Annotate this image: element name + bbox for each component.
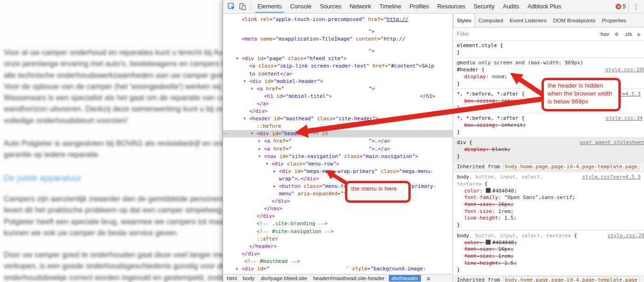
dom-tree-row[interactable]: ▼<nav id="site-navigation" class="main-n… [223, 153, 453, 160]
dom-tree-row[interactable]: </div> [223, 250, 453, 258]
inspect-element-icon[interactable] [226, 1, 237, 12]
tab-elements[interactable]: Elements [253, 0, 286, 13]
sidebar-tab-styles[interactable]: Styles [453, 14, 475, 27]
device-toolbar-icon[interactable] [237, 1, 248, 12]
dom-tree-row[interactable]: </div> [223, 213, 453, 220]
dom-tree-row[interactable]: </nav> [223, 205, 453, 213]
dom-tree-row[interactable]: ▶<div id="mega-menu-wrap-primary" class=… [223, 168, 453, 175]
dom-tree-row[interactable]: menu" aria-expanded="fa [223, 190, 453, 198]
dom-tree-row[interactable]: ▼<div class="menu-row"> [223, 160, 453, 168]
dom-tree-row[interactable]: ▼<div id="page" class="hfeed site"> [223, 55, 453, 62]
dom-tree-row[interactable]: ::after [223, 235, 453, 243]
dom-tree-row-selected[interactable]: ⋯▼<div id="header">== $0 [223, 130, 453, 138]
rule-selector[interactable]: element.style { [457, 42, 503, 49]
element-state-icon[interactable]: ❖ [614, 31, 619, 38]
rule-selector[interactable]: *, *:before, *:after { [457, 115, 525, 122]
tab-profiles[interactable]: Profiles [405, 0, 433, 13]
dom-tree-row[interactable]: ▶<a href="">…</a> [223, 138, 453, 145]
breadcrumb-item[interactable]: body [243, 275, 255, 281]
tab-adblock-plus[interactable]: Adblock Plus [523, 0, 565, 13]
css-declaration[interactable]: font-size: 16px; [457, 246, 641, 253]
dom-tree-row[interactable]: "> [223, 28, 453, 35]
dom-tree-row[interactable]: ::before [223, 123, 453, 130]
stylesheet-source-link[interactable]: style.css:20 [608, 233, 644, 240]
css-declaration[interactable]: display: none; [457, 74, 641, 81]
sidebar-tab-event-listeners[interactable]: Event Listeners [506, 14, 549, 27]
inherited-from-selector[interactable]: body.home.page.page-id-4.page-template.p… [503, 163, 639, 170]
breadcrumb-item[interactable]: div#page.hfeed.site [261, 275, 307, 281]
sidebar-tab-properties[interactable]: Properties [598, 14, 629, 27]
dom-tree-row[interactable]: <!-- #site-navigation --> [223, 228, 453, 235]
inherited-from-selector[interactable]: body.home.page.page-id-4.page-template.p… [503, 276, 639, 282]
breadcrumb-item[interactable]: html [227, 275, 237, 281]
expand-arrow-icon[interactable]: ▶ [273, 168, 276, 175]
dom-tree-row[interactable]: to content</a> [223, 70, 453, 78]
breadcrumb-item[interactable]: header#masthead.site-header [313, 275, 384, 281]
toggle-element-state-button[interactable]: :hov [599, 31, 610, 37]
dom-tree-row[interactable]: <!-- .site-branding --> [223, 220, 453, 227]
css-declaration[interactable]: box-sizing: inherit; [457, 98, 641, 105]
expand-arrow-icon[interactable]: ▶ [258, 138, 261, 145]
styles-filter-input[interactable]: Filter [457, 31, 595, 37]
dom-tree-row[interactable]: ▼<a href=""> [223, 85, 453, 93]
breadcrumb-item[interactable]: a [427, 275, 430, 281]
rule-selector[interactable]: body, button, input, select, textarea { [457, 233, 577, 240]
rule-selector[interactable]: body, button, input, select, [457, 174, 543, 181]
dom-tree-row[interactable]: ▶<div id="' style="background-image: [223, 265, 453, 273]
tab-sources[interactable]: Sources [316, 0, 346, 13]
stylesheet-source-link[interactable]: style.css:34 [606, 115, 643, 122]
stylesheet-source-link[interactable]: style.css:198 [605, 67, 644, 74]
dom-tree-row[interactable]: ▼<div id="mobiel-header"> [223, 78, 453, 85]
dom-tree-row[interactable]: <link rel="apple-touch-icon-precomposed"… [223, 16, 453, 23]
tab-network[interactable]: Network [346, 0, 375, 13]
rule-selector[interactable]: *, *:before, *:after { [457, 91, 525, 98]
expand-arrow-icon[interactable]: ▶ [273, 183, 276, 190]
color-swatch-icon[interactable] [486, 240, 491, 245]
collapse-arrow-icon[interactable]: ▼ [244, 115, 246, 123]
collapse-arrow-icon[interactable]: ▼ [236, 55, 238, 62]
dom-tree-row[interactable]: </div> [223, 198, 453, 205]
breadcrumb-item[interactable]: div#header [389, 275, 421, 282]
dom-tree-row[interactable]: </header> [223, 243, 453, 250]
rule-selector[interactable]: div { [457, 139, 472, 146]
devtools-menu-icon[interactable]: ⋮ [631, 2, 642, 11]
collapse-arrow-icon[interactable]: ▼ [244, 78, 246, 85]
tab-console[interactable]: Console [286, 0, 316, 13]
css-declaration[interactable]: display: block; [457, 146, 641, 153]
css-declaration[interactable]: color: #404040; [457, 240, 641, 247]
sidebar-tab-computed[interactable]: Computed [475, 14, 506, 27]
stylesheet-source-link[interactable]: style.css?ver=4.5.3 [582, 91, 641, 98]
rule-selector[interactable]: #header { [457, 67, 485, 74]
error-badge[interactable]: ✕ 5 [616, 3, 626, 10]
dom-tree-row[interactable]: </div> [223, 108, 453, 115]
dom-tree-row[interactable]: "> [223, 48, 453, 55]
dom-tree-row[interactable]: <a class="skip-link screen-reader-text" … [223, 62, 453, 70]
tab-timeline[interactable]: Timeline [375, 0, 406, 13]
tab-security[interactable]: Security [469, 0, 499, 13]
dom-tree-row[interactable]: <meta name="msapplication-TileImage" con… [223, 35, 453, 43]
css-declaration[interactable]: color: #404040; [457, 188, 641, 195]
expand-arrow-icon[interactable]: ▶ [236, 265, 238, 273]
collapse-arrow-icon[interactable]: ▼ [251, 130, 253, 138]
stylesheet-source-link[interactable]: style.css?ver=4.5.3 [582, 174, 641, 181]
stylesheet-source-link[interactable]: user agent stylesheet [580, 139, 644, 146]
tab-resources[interactable]: Resources [433, 0, 469, 13]
new-style-rule-button[interactable]: + [637, 30, 641, 38]
dom-tree-row[interactable]: <h1 id="mobiel-titel"></h1> [223, 93, 453, 100]
dom-tree-row[interactable]: </a> [223, 100, 453, 108]
css-declaration[interactable]: font-family: "Open Sans",sans-serif; [457, 194, 641, 201]
dom-tree-row[interactable]: ▼<header id="masthead" class="site-heade… [223, 115, 453, 123]
collapse-arrow-icon[interactable]: ▼ [266, 160, 268, 168]
css-declaration[interactable]: font-size: 16px; [457, 201, 641, 208]
dom-tree-row[interactable]: <!-- #masthead --> [223, 258, 453, 265]
collapse-arrow-icon[interactable]: ▼ [258, 153, 261, 160]
css-declaration[interactable]: line-height: 1.5; [457, 215, 641, 222]
css-declaration[interactable]: line-height: 1.5; [457, 260, 641, 267]
css-declaration[interactable]: font-size: 1rem; [457, 253, 641, 260]
element-classes-button[interactable]: .cls [624, 31, 632, 37]
tab-audits[interactable]: Audits [499, 0, 523, 13]
rule-selector[interactable]: textarea { [457, 181, 488, 188]
collapse-arrow-icon[interactable]: ▼ [251, 85, 253, 93]
dom-tree-row[interactable]: ▶<button class="menu-toggle" aria-contro… [223, 183, 453, 190]
expand-arrow-icon[interactable]: ▶ [258, 145, 261, 153]
